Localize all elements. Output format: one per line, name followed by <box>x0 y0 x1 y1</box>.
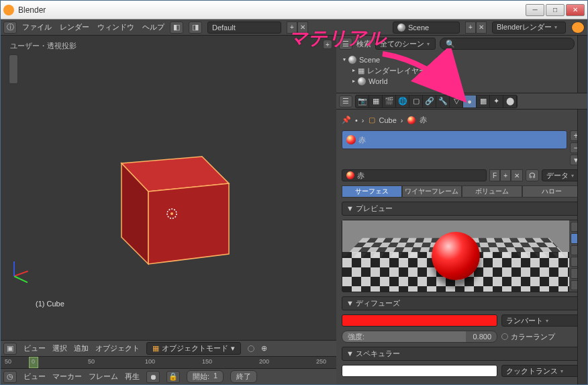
3d-viewport[interactable]: ユーザー・透視投影 + (1) Cube <box>1 36 336 340</box>
tab-render-icon[interactable]: 📷 <box>356 95 369 108</box>
layout-next-button[interactable]: ◨ <box>189 22 202 34</box>
window-titlebar: Blender ─ □ ✕ <box>1 1 587 19</box>
unlink-material-button[interactable]: ✕ <box>511 169 523 181</box>
scene-add-button[interactable]: + <box>465 22 476 34</box>
material-link-dropdown[interactable]: データ▾ <box>542 169 582 181</box>
tab-scene-icon[interactable]: 🎬 <box>383 95 396 108</box>
nodes-button[interactable]: ☊ <box>526 169 539 181</box>
material-slot[interactable]: 赤 <box>342 130 567 149</box>
vp-menu-view[interactable]: ビュー <box>23 343 46 353</box>
tab-material-icon[interactable]: ● <box>463 95 477 108</box>
tab-surface[interactable]: サーフェス <box>342 185 402 198</box>
diffuse-panel-header[interactable]: ▼ ディフューズ <box>342 296 582 310</box>
viewport-header: ▣ ビュー 選択 追加 オブジェクト ▦オブジェクトモード▾ ⊕ <box>1 340 336 356</box>
outliner-scrollbar[interactable] <box>577 36 587 93</box>
render-engine-dropdown[interactable]: Blenderレンダー▾ <box>492 22 566 34</box>
auto-keyframe-button[interactable]: ⏺ <box>146 371 160 383</box>
editor-type-outliner-icon[interactable]: ☰ <box>339 38 352 50</box>
tab-volume[interactable]: ボリューム <box>462 185 522 198</box>
pin-icon[interactable]: 📌 <box>342 116 351 124</box>
maximize-button[interactable]: □ <box>546 4 565 16</box>
tab-layers-icon[interactable]: ▦ <box>369 95 383 108</box>
tab-modifiers-icon[interactable]: 🔧 <box>436 95 450 108</box>
layout-prev-button[interactable]: ◧ <box>170 22 183 34</box>
screen-layout-dropdown[interactable]: Default <box>207 22 281 34</box>
material-name-field[interactable]: 赤 <box>342 169 487 181</box>
tl-menu-play[interactable]: 再生 <box>125 372 140 382</box>
shading-mode-button[interactable] <box>248 345 254 352</box>
search-label: 検索 <box>356 39 371 49</box>
tl-menu-marker[interactable]: マーカー <box>52 372 82 382</box>
vp-menu-select[interactable]: 選択 <box>52 343 67 353</box>
layout-remove-button[interactable]: ✕ <box>297 22 308 34</box>
properties-header: ☰ 📷 ▦ 🎬 🌐 ▢ 🔗 🔧 ▽ ● ▩ ✦ ⬤ <box>336 93 587 110</box>
cube-mesh[interactable] <box>95 123 249 277</box>
menu-window[interactable]: ウィンドウ <box>97 22 134 32</box>
specular-color-swatch[interactable] <box>342 365 497 377</box>
menu-render[interactable]: レンダー <box>60 22 89 32</box>
vp-menu-object[interactable]: オブジェクト <box>95 343 140 353</box>
new-material-button[interactable]: + <box>500 169 511 181</box>
outliner: ☰ 検索 全てのシーン▾ 🔍 ▾Scene ▸▦レンダーレイヤー ▸World <box>336 36 587 93</box>
cube-icon: ▢ <box>369 116 375 124</box>
color-ramp-checkbox[interactable] <box>501 333 508 340</box>
tab-wire[interactable]: ワイヤーフレーム <box>402 185 462 198</box>
preview-sphere <box>432 232 480 280</box>
outliner-world-row[interactable]: ▸World <box>343 76 571 87</box>
tab-data-icon[interactable]: ▽ <box>450 95 463 108</box>
timeline[interactable]: 50 0 50 100 150 200 250 <box>1 356 336 368</box>
outliner-search-input[interactable]: 🔍 <box>440 38 575 50</box>
specular-shader-dropdown[interactable]: クックトランス▾ <box>501 365 582 377</box>
scene-dropdown[interactable]: Scene <box>393 22 460 34</box>
outliner-filter-dropdown[interactable]: 全てのシーン▾ <box>375 38 436 50</box>
tl-menu-frame[interactable]: フレーム <box>89 372 118 382</box>
outliner-scene-row[interactable]: ▾Scene <box>343 54 571 65</box>
toolbar-toggle[interactable] <box>9 54 18 84</box>
properties-toggle[interactable]: + <box>323 40 332 49</box>
window-title: Blender <box>18 5 524 15</box>
preview-panel-header[interactable]: ▼ プレビュー <box>342 202 582 216</box>
editor-type-3dview-icon[interactable]: ▣ <box>3 343 17 355</box>
material-preview-ball-icon <box>346 135 356 144</box>
outliner-renderlayers-row[interactable]: ▸▦レンダーレイヤー <box>343 65 571 76</box>
material-type-tabs: サーフェス ワイヤーフレーム ボリューム ハロー <box>342 185 582 198</box>
close-button[interactable]: ✕ <box>566 4 585 16</box>
tab-physics-icon[interactable]: ⬤ <box>503 95 517 108</box>
minimize-button[interactable]: ─ <box>526 4 544 16</box>
tl-menu-view[interactable]: ビュー <box>23 372 46 382</box>
axis-gizmo <box>14 275 41 302</box>
diffuse-intensity-slider[interactable]: 強度:0.800 <box>342 331 497 343</box>
start-frame-field[interactable]: 開始:1 <box>187 370 224 383</box>
properties-scrollbar[interactable] <box>577 110 587 384</box>
layers-icon: ▦ <box>358 65 364 76</box>
keying-set-button[interactable]: 🔒 <box>166 371 180 383</box>
tab-halo[interactable]: ハロー <box>522 185 583 198</box>
scene-icon <box>397 24 405 32</box>
editor-type-timeline-icon[interactable]: ◷ <box>3 371 17 383</box>
tab-world-icon[interactable]: 🌐 <box>396 95 409 108</box>
scene-remove-button[interactable]: ✕ <box>476 22 487 34</box>
mode-dropdown[interactable]: ▦オブジェクトモード▾ <box>146 342 241 355</box>
info-editor-icon[interactable]: ⓘ <box>3 22 17 34</box>
viewport-projection-label: ユーザー・透視投影 <box>10 41 77 51</box>
pivot-icon[interactable]: ⊕ <box>261 344 267 353</box>
editor-type-properties-icon[interactable]: ☰ <box>339 95 352 108</box>
vp-menu-add[interactable]: 追加 <box>74 343 89 353</box>
color-ramp-label: カラーランプ <box>511 332 555 342</box>
specular-panel-header[interactable]: ▼ スペキュラー <box>342 347 582 361</box>
menu-file[interactable]: ファイル <box>22 22 52 32</box>
menu-help[interactable]: ヘルプ <box>142 22 164 32</box>
diffuse-color-swatch[interactable] <box>342 314 497 327</box>
tab-particles-icon[interactable]: ✦ <box>490 95 503 108</box>
blender-icon[interactable] <box>571 22 585 34</box>
end-frame-field[interactable]: 終了 <box>230 370 257 383</box>
properties-panel: 📌 •› ▢Cube› 赤 赤 + − ▾ 赤 F + ✕ ☊ データ▾ <box>336 110 587 384</box>
layout-add-button[interactable]: + <box>287 22 297 34</box>
active-object-label: (1) Cube <box>36 300 64 308</box>
fake-user-button[interactable]: F <box>489 169 500 181</box>
tab-texture-icon[interactable]: ▩ <box>477 95 490 108</box>
tab-constraints-icon[interactable]: 🔗 <box>423 95 436 108</box>
tab-object-icon[interactable]: ▢ <box>409 95 423 108</box>
world-icon <box>358 77 366 85</box>
diffuse-shader-dropdown[interactable]: ランバート▾ <box>501 314 582 327</box>
